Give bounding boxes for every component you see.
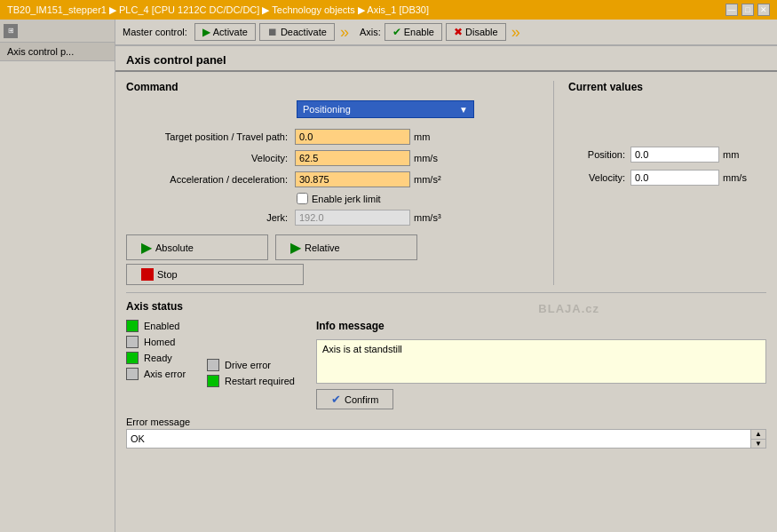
position-row: Position: mm: [568, 147, 766, 163]
target-unit: mm: [414, 131, 449, 142]
ready-led: [126, 352, 139, 364]
deactivate-icon: ⏹: [267, 26, 278, 38]
jerk-unit: mm/s³: [414, 212, 449, 223]
command-dropdown-row: Positioning ▼: [126, 100, 553, 118]
velocity-label: Velocity:: [126, 153, 295, 163]
close-button[interactable]: ✕: [757, 4, 770, 16]
enabled-label: Enabled: [144, 321, 179, 331]
homed-led: [126, 336, 139, 348]
position-unit: mm: [723, 149, 739, 160]
ready-status-item: Ready: [126, 352, 186, 364]
sidebar-top: ⊞: [0, 20, 115, 43]
accel-label: Acceleration / deceleration:: [126, 174, 295, 185]
dropdown-arrow-icon: ▼: [459, 105, 468, 115]
arrow-double-right-2: »: [511, 23, 520, 42]
command-dropdown[interactable]: Positioning ▼: [297, 100, 474, 118]
enable-label: Enable: [404, 27, 434, 37]
title-text: TB20_IM151_stepper1 ▶ PLC_4 [CPU 1212C D…: [7, 4, 429, 16]
master-control-label: Master control:: [123, 27, 187, 37]
info-message-col: Info message Axis is at standstill ✔ Con…: [316, 320, 766, 409]
panel-title: Axis control panel: [115, 46, 777, 72]
stop-button[interactable]: Stop: [126, 264, 304, 285]
disable-button[interactable]: ✖ Disable: [446, 23, 506, 41]
drive-error-label: Drive error: [225, 360, 271, 370]
main-content: Master control: ▶ Activate ⏹ Deactivate …: [115, 20, 777, 532]
arrow-double-right-1: »: [340, 23, 349, 42]
enable-jerk-label: Enable jerk limit: [312, 194, 381, 204]
absolute-label: Absolute: [155, 242, 194, 253]
axis-status-title: Axis status: [126, 300, 766, 313]
panel-body: Command Positioning ▼ Target position / …: [115, 72, 777, 457]
minimize-button[interactable]: —: [725, 4, 738, 16]
target-input[interactable]: [295, 129, 410, 145]
activate-label: Activate: [213, 27, 248, 37]
command-value: Positioning: [303, 104, 351, 115]
cv-velocity-unit: mm/s: [723, 172, 747, 183]
sidebar: ⊞ Axis control p...: [0, 20, 115, 532]
position-label: Position:: [568, 149, 630, 160]
drive-error-led: [207, 359, 219, 371]
deactivate-label: Deactivate: [281, 27, 327, 37]
error-message-label: Error message: [126, 417, 766, 427]
velocity-row: Velocity: mm/s: [126, 150, 553, 166]
axis-error-label: Axis error: [144, 369, 186, 379]
absolute-arrow-icon: ▶: [141, 239, 152, 256]
homed-label: Homed: [144, 337, 175, 347]
info-message-area: Axis is at standstill: [316, 339, 766, 384]
cv-velocity-row: Velocity: mm/s: [568, 170, 766, 186]
accel-unit: mm/s²: [414, 174, 449, 185]
absolute-button[interactable]: ▶ Absolute: [126, 234, 268, 260]
axis-status-section: Axis status Enabled Homed: [126, 292, 766, 449]
scroll-buttons: ▲ ▼: [751, 429, 766, 449]
error-input-row: ▲ ▼: [126, 429, 766, 449]
axis-error-status-item: Axis error: [126, 368, 186, 380]
relative-label: Relative: [305, 242, 340, 253]
right-column: Current values Position: mm Velocity: mm…: [553, 81, 766, 285]
scroll-up-button[interactable]: ▲: [751, 430, 765, 440]
velocity-unit: mm/s: [414, 153, 449, 163]
disable-icon: ✖: [454, 26, 463, 38]
confirm-button[interactable]: ✔ Confirm: [316, 389, 394, 409]
confirm-icon: ✔: [331, 393, 341, 406]
enable-icon: ✔: [392, 26, 401, 38]
cv-velocity-label: Velocity:: [568, 172, 630, 183]
action-buttons-row: ▶ Absolute ▶ Relative: [126, 234, 553, 260]
stop-button-row: Stop: [126, 264, 553, 285]
scroll-down-button[interactable]: ▼: [751, 440, 765, 449]
command-section-title: Command: [126, 81, 553, 93]
left-column: Command Positioning ▼ Target position / …: [126, 81, 553, 285]
jerk-label: Jerk:: [126, 212, 295, 223]
activate-button[interactable]: ▶ Activate: [194, 23, 256, 41]
restart-required-status-item: Restart required: [207, 375, 295, 387]
velocity-input[interactable]: [295, 150, 410, 166]
sidebar-panel-icon: ⊞: [4, 24, 18, 38]
drive-error-status-item: Drive error: [207, 359, 295, 371]
ready-label: Ready: [144, 353, 172, 363]
title-bar: TB20_IM151_stepper1 ▶ PLC_4 [CPU 1212C D…: [0, 0, 777, 20]
enabled-led: [126, 320, 139, 332]
disable-label: Disable: [465, 27, 498, 37]
status-two-col: Enabled Homed Ready Axis error: [126, 320, 766, 409]
stop-label: Stop: [157, 269, 178, 280]
info-message-title: Info message: [316, 320, 766, 332]
homed-status-item: Homed: [126, 336, 186, 348]
relative-button[interactable]: ▶ Relative: [275, 234, 417, 260]
enable-button[interactable]: ✔ Enable: [385, 23, 442, 41]
status-leds-col: Enabled Homed Ready Axis error: [126, 320, 186, 409]
position-value: [630, 147, 719, 163]
sidebar-item-axis-control[interactable]: Axis control p...: [0, 43, 115, 61]
enabled-status-item: Enabled: [126, 320, 186, 332]
error-message-input: [126, 429, 751, 449]
restart-required-label: Restart required: [225, 376, 295, 386]
enable-jerk-checkbox[interactable]: [297, 193, 308, 204]
error-message-section: Error message ▲ ▼: [126, 417, 766, 449]
activate-icon: ▶: [202, 26, 210, 38]
accel-row: Acceleration / deceleration: mm/s²: [126, 171, 553, 187]
restart-required-led: [207, 375, 219, 387]
accel-input[interactable]: [295, 171, 410, 187]
status-col-2: Drive error Restart required: [207, 359, 295, 409]
target-label: Target position / Travel path:: [126, 131, 295, 142]
deactivate-button[interactable]: ⏹ Deactivate: [259, 23, 335, 41]
maximize-button[interactable]: □: [741, 4, 754, 16]
target-position-row: Target position / Travel path: mm: [126, 129, 553, 145]
